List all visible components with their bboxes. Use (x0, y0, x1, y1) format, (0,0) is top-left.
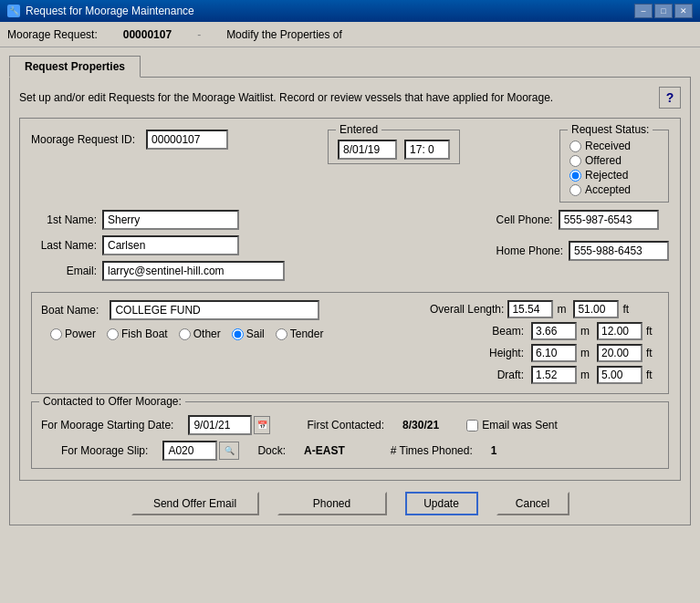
boat-name-field[interactable] (110, 300, 319, 320)
beam-unit-m: m (580, 325, 593, 338)
height-ft-field[interactable] (597, 344, 643, 362)
help-text: Set up and/or edit Requests for the Moor… (19, 91, 553, 104)
beam-label: Beam: (430, 325, 524, 338)
dock-label: Dock: (257, 444, 286, 457)
maximize-button[interactable]: □ (654, 4, 673, 18)
email-row: Email: (31, 261, 285, 281)
contacted-group: Contacted to Offer Moorage: For Moorage … (31, 401, 669, 469)
boat-name-label: Boat Name: (41, 304, 99, 317)
help-icon[interactable]: ? (659, 87, 681, 109)
close-button[interactable]: ✕ (674, 4, 693, 18)
vessel-fishboat-label: Fish Boat (121, 327, 168, 340)
home-phone-row: Home Phone: (496, 241, 669, 261)
status-options: Received Offered Rejected (569, 140, 659, 196)
starting-date-group: 📅 (188, 415, 270, 435)
vessel-fishboat: Fish Boat (107, 327, 168, 340)
draft-ft-field[interactable] (597, 366, 643, 384)
overall-length-m-field[interactable] (507, 300, 553, 318)
status-received-radio[interactable] (569, 140, 581, 152)
moorage-slip-search-button[interactable]: 🔍 (219, 442, 239, 460)
slip-input-group: 🔍 (162, 441, 239, 461)
vessel-types: Power Fish Boat Other (41, 327, 334, 344)
status-accepted-row: Accepted (569, 183, 659, 196)
status-received-label: Received (585, 140, 631, 152)
main-content: Request Properties Set up and/or edit Re… (0, 47, 700, 533)
entered-legend: Entered (336, 123, 381, 136)
entered-content (338, 140, 450, 160)
vessel-tender-radio[interactable] (276, 328, 287, 340)
contacted-legend: Contacted to Offer Moorage: (39, 395, 185, 408)
status-accepted-radio[interactable] (569, 184, 581, 196)
ol-unit-ft: ft (622, 303, 635, 316)
vessel-other-radio[interactable] (179, 328, 191, 340)
help-text-row: Set up and/or edit Requests for the Moor… (19, 87, 681, 109)
app-icon: 🔧 (7, 5, 20, 17)
email-was-sent-label: Email was Sent (482, 419, 558, 431)
vessel-fishboat-radio[interactable] (107, 328, 119, 340)
status-offered-label: Offered (585, 154, 622, 167)
email-was-sent-checkbox[interactable] (466, 420, 478, 431)
title-bar: 🔧 Request for Moorage Maintenance – □ ✕ (0, 0, 700, 22)
phoned-button[interactable]: Phoned (277, 492, 387, 515)
height-row: Height: m ft (430, 344, 659, 362)
ol-unit-m: m (557, 303, 569, 316)
update-button[interactable]: Update (405, 492, 478, 515)
height-label: Height: (430, 347, 524, 359)
home-phone-field[interactable] (569, 241, 669, 261)
tab-request-properties[interactable]: Request Properties (9, 56, 141, 78)
email-field[interactable] (102, 261, 285, 281)
send-offer-email-button[interactable]: Send Offer Email (131, 492, 259, 515)
status-accepted-label: Accepted (585, 183, 631, 196)
vessel-power: Power (50, 327, 96, 340)
minimize-button[interactable]: – (634, 4, 653, 18)
status-rejected-label: Rejected (585, 169, 628, 182)
times-phoned-label: # Times Phoned: (391, 444, 473, 457)
draft-m-field[interactable] (531, 366, 577, 384)
name-section: 1st Name: Last Name: Email: (31, 210, 285, 286)
cell-phone-field[interactable] (559, 210, 659, 230)
vessel-other-label: Other (193, 327, 221, 340)
last-name-field[interactable] (102, 235, 239, 255)
overall-length-ft-field[interactable] (573, 300, 619, 318)
moorage-request-value: 00000107 (123, 28, 172, 41)
contact-section: Cell Phone: Home Phone: (496, 210, 669, 286)
boat-dims-inner: Boat Name: Power Fish Boat (41, 300, 659, 384)
vessel-sail-radio[interactable] (232, 328, 244, 340)
starting-date-calendar-button[interactable]: 📅 (254, 416, 270, 434)
height-m-field[interactable] (531, 344, 577, 362)
first-name-row: 1st Name: (31, 210, 285, 230)
beam-ft-field[interactable] (597, 322, 643, 340)
dimensions-section: Overall Length: m ft Beam: m (430, 300, 659, 384)
title-bar-controls: – □ ✕ (634, 4, 693, 18)
vessel-sail-label: Sail (246, 327, 265, 340)
moorage-id-label: Moorage Request ID: (31, 133, 135, 146)
dock-row: For Moorage Slip: 🔍 Dock: A-EAST # Times… (41, 441, 659, 461)
draft-unit-m: m (580, 369, 593, 381)
entered-date-field[interactable] (338, 140, 397, 160)
form-area: Moorage Request ID: Entered Request Stat… (19, 118, 681, 481)
cancel-button[interactable]: Cancel (496, 492, 569, 515)
cell-phone-label: Cell Phone: (496, 213, 553, 226)
boat-name-row: Boat Name: (41, 300, 334, 320)
status-received-row: Received (569, 140, 659, 152)
first-contacted-value: 8/30/21 (402, 419, 439, 431)
menu-separator: - (197, 28, 201, 41)
starting-date-field[interactable] (188, 415, 252, 435)
moorage-id-field[interactable] (146, 130, 228, 150)
status-offered-radio[interactable] (569, 155, 581, 167)
vessel-power-label: Power (65, 327, 96, 340)
last-name-row: Last Name: (31, 235, 285, 255)
status-rejected-radio[interactable] (569, 170, 581, 182)
starting-date-row: For Moorage Starting Date: 📅 First Conta… (41, 415, 659, 435)
moorage-slip-field[interactable] (162, 441, 217, 461)
title-bar-left: 🔧 Request for Moorage Maintenance (7, 5, 194, 17)
top-info-row: Moorage Request ID: Entered Request Stat… (31, 130, 669, 203)
vessel-power-radio[interactable] (50, 328, 62, 340)
first-name-field[interactable] (102, 210, 239, 230)
contacted-content: For Moorage Starting Date: 📅 First Conta… (41, 415, 659, 461)
beam-m-field[interactable] (531, 322, 577, 340)
first-name-label: 1st Name: (31, 213, 97, 226)
moorage-id-section: Moorage Request ID: (31, 130, 228, 150)
entered-time-field[interactable] (404, 140, 450, 160)
overall-length-row: Overall Length: m ft (430, 300, 659, 318)
